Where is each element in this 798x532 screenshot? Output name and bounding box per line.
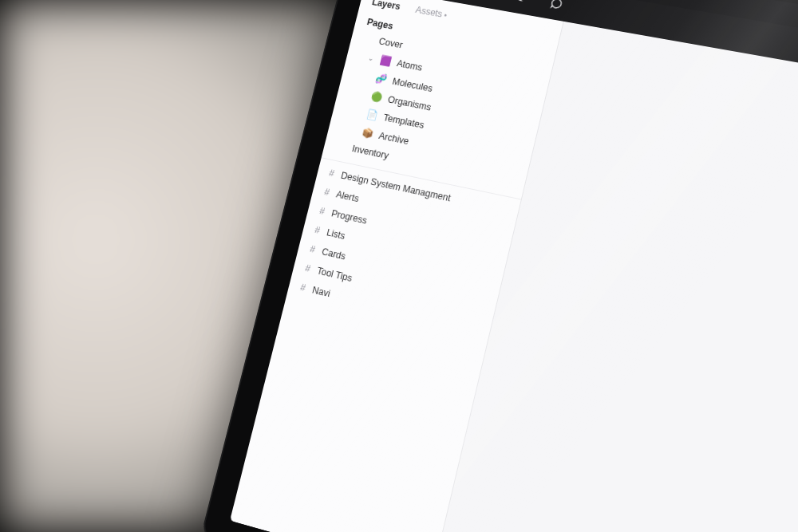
frame-icon: # — [318, 206, 326, 217]
laptop-device: View Object Vector Text Shipwright - Mob… — [200, 0, 798, 532]
chevron-down-icon: ⌄ — [368, 54, 376, 62]
frame-icon: # — [323, 187, 330, 198]
text-icon: T — [516, 0, 527, 6]
frame-icon: # — [304, 262, 311, 274]
layer-label: Navi — [311, 285, 331, 299]
page-label: Cover — [377, 36, 403, 50]
perspective-scene: View Object Vector Text Shipwright - Mob… — [0, 0, 798, 532]
tab-layers[interactable]: Layers — [371, 0, 401, 12]
atoms-icon: 🟪 — [379, 54, 393, 67]
spacer — [364, 75, 370, 77]
layer-label: Lists — [326, 227, 346, 242]
page-label: Archive — [378, 130, 410, 146]
spacer — [350, 129, 357, 131]
frame-icon: # — [314, 225, 321, 236]
workspace: Layers Assets Pages Cover ⌄ 🟪 Atoms — [230, 0, 798, 532]
page-label: Atoms — [396, 57, 424, 73]
frame-icon: # — [299, 282, 306, 293]
templates-icon: 📄 — [365, 108, 379, 121]
frame-icon: # — [328, 167, 335, 179]
layer-label: Cards — [321, 246, 347, 262]
frame-icon: # — [309, 243, 316, 254]
spacer — [359, 93, 365, 95]
layer-label: Progress — [330, 208, 368, 227]
device-screen: View Object Vector Text Shipwright - Mob… — [230, 0, 798, 532]
spacer — [355, 112, 361, 113]
spacer — [341, 146, 347, 148]
molecules-icon: 🧬 — [374, 73, 388, 85]
tab-assets[interactable]: Assets — [414, 5, 448, 21]
page-label: Inventory — [351, 144, 390, 161]
spacer — [367, 39, 373, 40]
archive-icon: 📦 — [361, 126, 374, 140]
layer-label: Alerts — [335, 189, 360, 204]
organisms-icon: 🟢 — [370, 90, 384, 103]
